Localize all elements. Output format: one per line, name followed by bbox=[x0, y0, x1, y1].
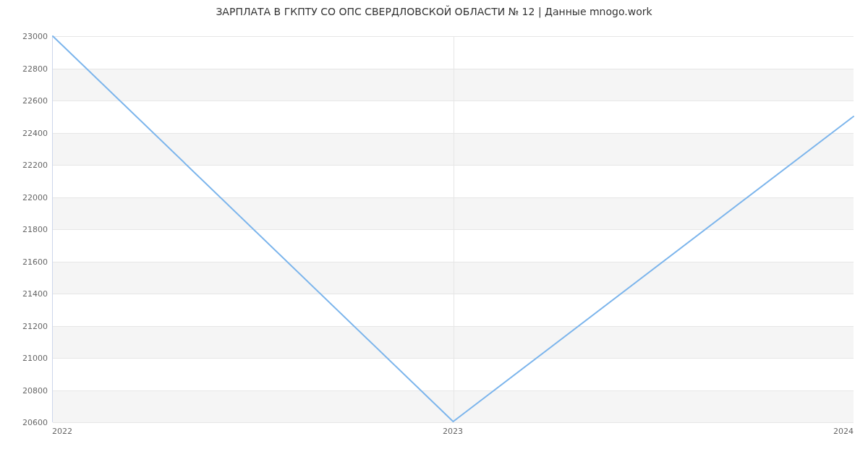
y-tick-label: 23000 bbox=[4, 32, 48, 41]
y-tick-label: 22400 bbox=[4, 128, 48, 137]
x-tick-label: 2022 bbox=[52, 427, 72, 436]
chart-container: ЗАРПЛАТА В ГКПТУ СО ОПС СВЕРДЛОВСКОЙ ОБЛ… bbox=[0, 0, 868, 470]
x-tick-label: 2023 bbox=[443, 427, 463, 436]
y-tick-label: 21600 bbox=[4, 257, 48, 266]
y-gridline bbox=[53, 422, 854, 423]
y-tick-label: 21800 bbox=[4, 225, 48, 234]
y-tick-label: 21200 bbox=[4, 321, 48, 330]
line-series bbox=[53, 36, 854, 422]
y-tick-label: 20800 bbox=[4, 385, 48, 395]
y-tick-label: 21400 bbox=[4, 289, 48, 299]
y-tick-label: 22600 bbox=[4, 96, 48, 106]
y-tick-label: 22200 bbox=[4, 161, 48, 170]
salary-line bbox=[53, 36, 854, 422]
chart-title: ЗАРПЛАТА В ГКПТУ СО ОПС СВЕРДЛОВСКОЙ ОБЛ… bbox=[0, 6, 868, 17]
y-tick-label: 21000 bbox=[4, 354, 48, 363]
y-tick-label: 22000 bbox=[4, 192, 48, 202]
x-tick-label: 2024 bbox=[833, 427, 854, 436]
y-tick-label: 20600 bbox=[4, 418, 48, 427]
y-tick-label: 22800 bbox=[4, 64, 48, 73]
plot-area bbox=[52, 36, 854, 422]
